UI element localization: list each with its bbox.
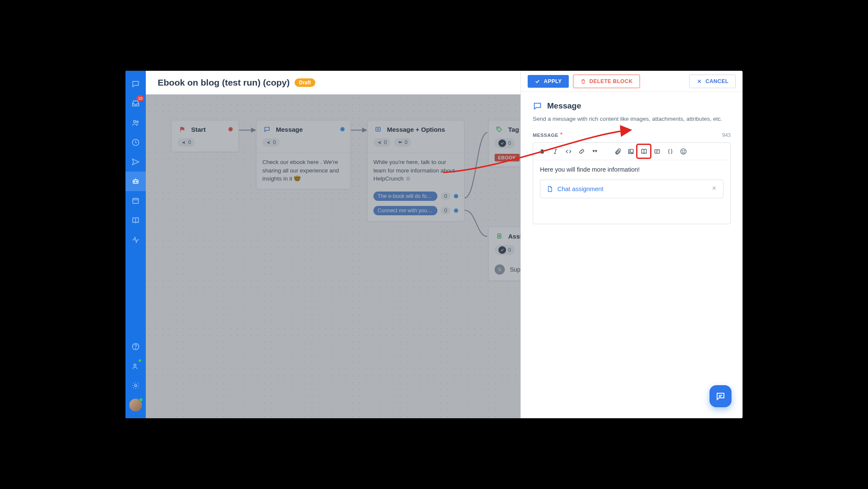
port-out-icon[interactable] bbox=[454, 194, 458, 198]
svg-rect-19 bbox=[654, 150, 659, 153]
node-option-row[interactable]: Connect me with your tea... 0 bbox=[367, 203, 464, 221]
sidebar-item-chatbot[interactable] bbox=[125, 172, 146, 191]
article-name: Chat assignment bbox=[557, 186, 604, 192]
sidebar: 10 bbox=[125, 71, 146, 418]
toolbar-attribute-button[interactable] bbox=[664, 145, 676, 158]
option-count: 0 bbox=[441, 207, 451, 214]
svg-rect-6 bbox=[133, 198, 138, 203]
toolbar-knowledge-base-button[interactable] bbox=[637, 145, 650, 158]
message-icon bbox=[533, 101, 542, 111]
toolbar-attachment-button[interactable] bbox=[611, 145, 624, 158]
sidebar-item-popups[interactable] bbox=[125, 191, 146, 211]
book-open-icon bbox=[640, 148, 648, 155]
book-icon bbox=[131, 216, 140, 225]
svg-point-5 bbox=[136, 181, 137, 182]
option-count: 0 bbox=[441, 192, 451, 200]
editor-text: Here you will finde more information! bbox=[540, 166, 723, 173]
svg-rect-11 bbox=[376, 127, 381, 131]
svg-point-14 bbox=[499, 235, 500, 236]
cancel-label: CANCEL bbox=[706, 78, 729, 84]
stat-count: 0 bbox=[495, 245, 515, 255]
stat-replies: 0 bbox=[394, 138, 412, 147]
toolbar-code-button[interactable] bbox=[562, 145, 575, 158]
sidebar-item-profile[interactable] bbox=[125, 395, 146, 415]
required-star: * bbox=[560, 131, 562, 139]
svg-point-8 bbox=[135, 348, 136, 349]
delete-block-button[interactable]: DELETE BLOCK bbox=[573, 75, 640, 88]
panel-title: Message bbox=[547, 101, 581, 111]
port-out-icon[interactable] bbox=[228, 127, 233, 131]
online-dot-icon bbox=[138, 359, 142, 362]
robot-icon bbox=[131, 177, 140, 186]
toolbar-image-button[interactable] bbox=[624, 145, 637, 158]
tag-badge: EBOOK bbox=[495, 154, 520, 161]
editor-content[interactable]: Here you will finde more information! Ch… bbox=[533, 160, 730, 224]
sidebar-item-contacts[interactable] bbox=[125, 113, 146, 133]
svg-point-20 bbox=[681, 149, 686, 154]
node-title: Start bbox=[191, 126, 206, 133]
svg-point-0 bbox=[134, 120, 136, 122]
user-plus-icon bbox=[131, 362, 140, 370]
window-icon bbox=[131, 197, 140, 205]
node-message-options[interactable]: Message + Options 0 0 While you're here,… bbox=[367, 120, 465, 222]
sidebar-item-team[interactable] bbox=[125, 356, 146, 376]
chat-widget-fab[interactable] bbox=[709, 385, 732, 407]
flag-icon bbox=[178, 125, 187, 134]
editor-toolbar bbox=[533, 143, 730, 160]
activity-icon bbox=[131, 236, 140, 244]
apply-button[interactable]: APPLY bbox=[528, 75, 569, 88]
clock-icon bbox=[131, 138, 140, 147]
node-title: Message bbox=[276, 126, 303, 133]
panel-description: Send a message with rich content like im… bbox=[533, 116, 731, 122]
node-body-text: Check our ebook here . We're sharing all… bbox=[256, 153, 351, 189]
article-chip[interactable]: Chat assignment bbox=[540, 180, 723, 198]
cancel-button[interactable]: CANCEL bbox=[689, 75, 736, 88]
chat-bubble-icon bbox=[131, 80, 140, 88]
toolbar-bold-button[interactable] bbox=[536, 145, 548, 158]
sidebar-item-reports[interactable] bbox=[125, 230, 146, 250]
toolbar-italic-button[interactable] bbox=[549, 145, 562, 158]
close-icon bbox=[696, 78, 702, 84]
sidebar-item-inbox[interactable]: 10 bbox=[125, 94, 146, 113]
svg-point-1 bbox=[136, 121, 138, 122]
toolbar-link-button[interactable] bbox=[575, 145, 588, 158]
sidebar-item-kb[interactable] bbox=[125, 211, 146, 230]
avatar-icon bbox=[129, 399, 142, 411]
svg-point-10 bbox=[135, 385, 137, 387]
sidebar-item-settings[interactable] bbox=[125, 376, 146, 395]
list-options-icon bbox=[373, 125, 383, 134]
apply-label: APPLY bbox=[544, 78, 562, 84]
page-title: Ebook on blog (test run) (copy) bbox=[158, 78, 289, 88]
sidebar-item-help[interactable] bbox=[125, 337, 146, 356]
toolbar-quote-button[interactable] bbox=[588, 145, 601, 158]
port-out-icon[interactable] bbox=[454, 208, 458, 213]
tag-icon bbox=[495, 125, 504, 134]
node-title: Message + Options bbox=[387, 126, 445, 133]
node-start[interactable]: Start 0 bbox=[171, 120, 239, 152]
article-remove-button[interactable] bbox=[711, 185, 717, 193]
node-option-row[interactable]: The e-book will do for no... 0 bbox=[367, 189, 464, 203]
svg-point-9 bbox=[134, 364, 136, 366]
toolbar-emoji-button[interactable] bbox=[677, 145, 690, 158]
stat-sends: 0 bbox=[262, 138, 280, 147]
port-out-icon[interactable] bbox=[340, 127, 345, 131]
status-badge: Draft bbox=[295, 78, 315, 87]
app-frame: 10 bbox=[125, 71, 743, 418]
sidebar-item-chat[interactable] bbox=[125, 74, 146, 94]
sidebar-item-send[interactable] bbox=[125, 152, 146, 172]
delete-label: DELETE BLOCK bbox=[590, 78, 633, 84]
people-icon bbox=[131, 119, 140, 127]
option-chip: Connect me with your tea... bbox=[373, 206, 437, 215]
stat-sends: 0 bbox=[373, 138, 391, 147]
message-editor: Here you will finde more information! Ch… bbox=[533, 142, 731, 224]
chat-icon bbox=[715, 391, 726, 401]
toolbar-card-button[interactable] bbox=[651, 145, 663, 158]
field-label: MESSAGE bbox=[533, 133, 558, 138]
sidebar-item-history[interactable] bbox=[125, 133, 146, 152]
svg-point-12 bbox=[498, 128, 498, 128]
node-message[interactable]: Message 0 Check our ebook here . We're s… bbox=[256, 120, 351, 189]
document-icon bbox=[546, 185, 553, 193]
assign-icon bbox=[495, 231, 504, 241]
paper-plane-icon bbox=[131, 158, 140, 166]
panel-actions: APPLY DELETE BLOCK CANCEL bbox=[521, 71, 743, 92]
